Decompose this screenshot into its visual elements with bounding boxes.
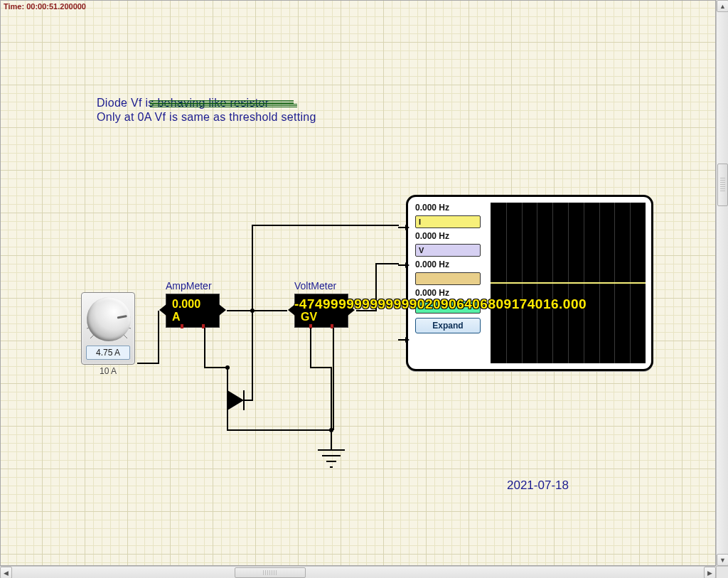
annotation-line1-keep: Diode Vf (97, 97, 146, 109)
current-knob[interactable]: 4.75 A 10 A (81, 292, 138, 378)
scope-ch2-swatch[interactable]: V (415, 244, 481, 257)
ampmeter[interactable]: 0.000 A (166, 294, 220, 328)
scroll-left-button[interactable]: ◀ (0, 567, 12, 578)
svg-point-13 (225, 365, 230, 370)
sim-time-label: Time: 00:00:51.200000 (4, 2, 86, 11)
knob-caption: 10 A (81, 366, 135, 376)
scope-controls: 0.000 Hz I 0.000 Hz V 0.000 Hz 0.000 Hz … (415, 203, 486, 336)
ampmeter-pin-neg (181, 324, 183, 328)
ampmeter-probe-right (219, 304, 226, 316)
canvas[interactable]: Time: 00:00:51.200000 Diode Vf is behavi… (0, 0, 716, 566)
strike-line-bottom (150, 105, 297, 106)
scroll-down-button[interactable]: ▼ (717, 554, 728, 566)
voltmeter-unit: GV (301, 311, 317, 323)
scope-term-ch1[interactable] (398, 227, 408, 228)
svg-point-14 (329, 428, 333, 432)
scope-expand-button[interactable]: Expand (415, 318, 481, 333)
hscroll-thumb[interactable] (235, 567, 306, 578)
ampmeter-pin-pos (202, 324, 205, 328)
scope-ch3-hz: 0.000 Hz (415, 259, 449, 269)
scroll-up-button[interactable]: ▲ (717, 0, 728, 12)
scope-ch2-hz: 0.000 Hz (415, 231, 449, 241)
scroll-right-button[interactable]: ▶ (704, 567, 716, 578)
scope-term-ch4[interactable] (398, 339, 408, 341)
voltmeter-pin-neg (309, 324, 312, 328)
voltmeter-pin-pos (331, 324, 333, 328)
ampmeter-label: AmpMeter (166, 280, 212, 291)
scope-screen[interactable] (491, 203, 646, 363)
ampmeter-value: 0.000 (172, 298, 200, 310)
scope-trace (491, 282, 646, 284)
annotation-line1[interactable]: Diode Vf is behaving like resistor (97, 97, 269, 109)
annotation-line1-struck: is behaving like resistor (146, 97, 269, 109)
scope-term-ch2[interactable] (398, 264, 408, 266)
horizontal-scrollbar[interactable]: ◀ ▶ (0, 566, 716, 578)
scope-ch1-swatch[interactable]: I (415, 215, 481, 228)
svg-marker-10 (228, 390, 244, 410)
scope-ch1-hz: 0.000 Hz (415, 203, 449, 213)
voltmeter-overflow-text: -474999999999999020906406809174016.000 (294, 296, 587, 312)
knob-body[interactable]: 4.75 A (81, 292, 135, 365)
ampmeter-probe-left (159, 304, 166, 316)
scope-ch3-swatch[interactable] (415, 272, 481, 285)
knob-readout[interactable]: 4.75 A (86, 346, 130, 360)
vertical-scrollbar[interactable]: ▲ ▼ (716, 0, 728, 566)
svg-line-9 (124, 335, 127, 338)
oscilloscope[interactable]: 0.000 Hz I 0.000 Hz V 0.000 Hz 0.000 Hz … (406, 195, 653, 371)
svg-point-12 (250, 309, 255, 313)
ampmeter-unit: A (172, 311, 181, 323)
annotation-line2[interactable]: Only at 0A Vf is same as threshold setti… (97, 111, 316, 124)
strike-line-top (150, 102, 294, 102)
vscroll-thumb[interactable] (717, 164, 728, 206)
scroll-corner (716, 566, 728, 578)
voltmeter-label: VoltMeter (294, 280, 336, 291)
date-label[interactable]: 2021-07-18 (507, 478, 569, 493)
